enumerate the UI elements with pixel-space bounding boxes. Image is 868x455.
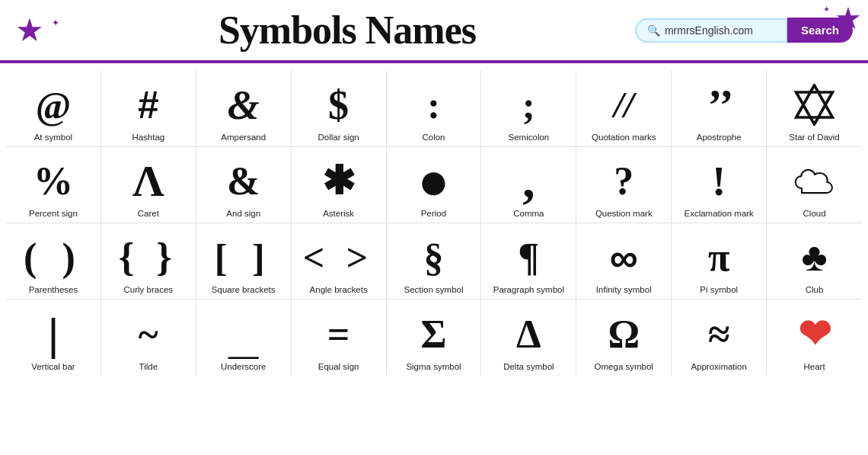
- symbol-section: § Section symbol: [387, 223, 482, 300]
- symbol-name-angle-brackets: Angle brackets: [310, 285, 368, 296]
- symbol-char-tilde: ~: [139, 309, 158, 359]
- symbol-name-period: Period: [421, 209, 446, 219]
- symbol-name-percent: Percent sign: [29, 209, 78, 219]
- symbol-char-curly-braces: { }: [119, 232, 178, 282]
- symbol-char-pi: π: [708, 232, 730, 282]
- symbol-char-infinity: ∞: [610, 232, 638, 282]
- symbols-grid: @ At symbol # Hashtag & Ampersand $ Doll…: [0, 63, 868, 379]
- symbol-name-vertical-bar: Vertical bar: [31, 362, 75, 373]
- symbol-char-square-brackets: [ ]: [215, 232, 273, 282]
- symbol-colon: : Colon: [387, 71, 482, 147]
- symbol-name-parentheses: Parentheses: [29, 285, 78, 296]
- decorative-stars-right: ✦ ★: [823, 3, 862, 34]
- symbol-name-infinity: Infinity symbol: [596, 285, 652, 296]
- symbol-name-colon: Colon: [422, 133, 445, 143]
- symbol-char-semicolon: ;: [522, 80, 535, 130]
- symbol-name-asterisk: Asterisk: [323, 209, 354, 219]
- sparkle-right-1: ✦: [823, 5, 830, 14]
- symbol-name-heart: Heart: [803, 362, 825, 373]
- symbol-char-heart: ❤: [798, 309, 831, 359]
- symbol-name-cloud: Cloud: [803, 209, 826, 219]
- symbol-name-comma: Comma: [513, 209, 544, 219]
- symbol-semicolon: ; Semicolon: [481, 71, 576, 147]
- symbol-char-vertical-bar: |: [47, 309, 59, 359]
- symbol-delta: Δ Delta symbol: [481, 300, 576, 376]
- symbol-percent: % Percent sign: [6, 147, 101, 223]
- symbol-name-curly-braces: Curly braces: [124, 285, 174, 296]
- symbol-apostrophe: ’’ Apostrophe: [672, 71, 767, 147]
- symbol-name-omega: Omega symbol: [595, 362, 653, 373]
- symbol-char-ampersand: &: [228, 80, 260, 130]
- symbol-char-hashtag: #: [138, 80, 159, 130]
- symbol-char-and: &: [227, 156, 260, 206]
- symbol-char-exclamation: !: [712, 156, 726, 206]
- symbol-angle-brackets: < > Angle brackets: [292, 223, 387, 300]
- symbol-paragraph: ¶ Paragraph symbol: [481, 223, 576, 300]
- symbol-name-club: Club: [806, 285, 824, 296]
- symbol-char-asterisk: ✱: [322, 156, 356, 206]
- symbol-tilde: ~ Tilde: [101, 300, 196, 376]
- symbol-name-sigma: Sigma symbol: [406, 362, 461, 373]
- symbol-approximation: ≈ Approximation: [672, 300, 767, 376]
- symbol-char-paragraph: ¶: [518, 232, 539, 282]
- symbol-name-ampersand: Ampersand: [221, 133, 266, 143]
- symbol-name-question: Question mark: [595, 209, 653, 219]
- symbol-char-at: @: [36, 80, 72, 130]
- star-right-large: ★: [834, 3, 862, 34]
- sparkle-left-top: ✦: [52, 18, 59, 28]
- symbol-name-exclamation: Exclamation mark: [684, 209, 753, 219]
- symbol-infinity: ∞ Infinity symbol: [576, 223, 672, 300]
- symbol-name-approximation: Approximation: [691, 362, 747, 373]
- search-url: mrmrsEnglish.com: [665, 24, 753, 37]
- symbol-char-percent: %: [34, 156, 73, 206]
- header-left: ★ ✦: [15, 14, 59, 46]
- symbol-vertical-bar: | Vertical bar: [6, 300, 101, 376]
- symbol-name-semicolon: Semicolon: [509, 133, 550, 143]
- symbol-caret: Λ Caret: [101, 147, 196, 223]
- symbol-name-caret: Caret: [138, 209, 159, 219]
- symbol-and: & And sign: [196, 147, 292, 223]
- symbol-char-angle-brackets: < >: [303, 232, 374, 282]
- symbol-name-star-of-david: Star of David: [789, 133, 839, 143]
- symbol-name-underscore: Underscore: [221, 362, 266, 373]
- symbol-name-at: At symbol: [34, 133, 73, 143]
- symbol-char-colon: :: [427, 80, 440, 130]
- symbol-exclamation: ! Exclamation mark: [672, 147, 767, 223]
- symbol-char-section: §: [423, 232, 443, 282]
- symbol-char-apostrophe: ’’: [706, 80, 732, 130]
- symbol-name-quotation: Quotation marks: [592, 133, 656, 143]
- symbol-club: ♣ Club: [767, 223, 862, 300]
- symbol-dollar: $ Dollar sign: [292, 71, 387, 147]
- symbol-name-square-brackets: Square brackets: [212, 285, 276, 296]
- symbol-sigma: Σ Sigma symbol: [387, 300, 482, 376]
- symbol-char-period: ●: [417, 156, 449, 206]
- symbol-comma: , Comma: [481, 147, 576, 223]
- symbol-equal: = Equal sign: [292, 300, 387, 376]
- symbol-char-question: ?: [614, 156, 633, 206]
- symbol-omega: Ω Omega symbol: [576, 300, 672, 376]
- symbol-question: ? Question mark: [576, 147, 672, 223]
- symbol-name-apostrophe: Apostrophe: [697, 133, 742, 143]
- symbol-pi: π Pi symbol: [672, 223, 767, 300]
- search-bar: 🔍 mrmrsEnglish.com: [635, 18, 787, 43]
- header: ★ ✦ Symbols Names 🔍 mrmrsEnglish.com Sea…: [0, 0, 868, 63]
- symbol-char-comma: ,: [522, 156, 535, 206]
- symbol-char-underscore: _: [228, 309, 258, 359]
- star-icon-left: ★: [15, 14, 44, 46]
- symbol-char-cloud: [793, 156, 835, 206]
- symbol-char-delta: Δ: [516, 309, 541, 359]
- symbol-char-dollar: $: [328, 80, 349, 130]
- symbol-char-omega: Ω: [608, 309, 640, 359]
- symbol-name-tilde: Tilde: [139, 362, 158, 373]
- symbol-char-club: ♣: [801, 232, 827, 282]
- page-title: Symbols Names: [219, 8, 476, 52]
- symbol-parentheses: ( ) Parentheses: [6, 223, 101, 300]
- symbol-curly-braces: { } Curly braces: [101, 223, 196, 300]
- symbol-char-star-of-david: [793, 80, 835, 130]
- symbol-at: @ At symbol: [6, 71, 101, 147]
- symbol-name-pi: Pi symbol: [700, 285, 738, 296]
- symbol-name-dollar: Dollar sign: [318, 133, 359, 143]
- page-wrapper: ★ ✦ Symbols Names 🔍 mrmrsEnglish.com Sea…: [0, 0, 868, 379]
- symbol-name-section: Section symbol: [404, 285, 464, 296]
- header-right: 🔍 mrmrsEnglish.com Search: [635, 18, 853, 43]
